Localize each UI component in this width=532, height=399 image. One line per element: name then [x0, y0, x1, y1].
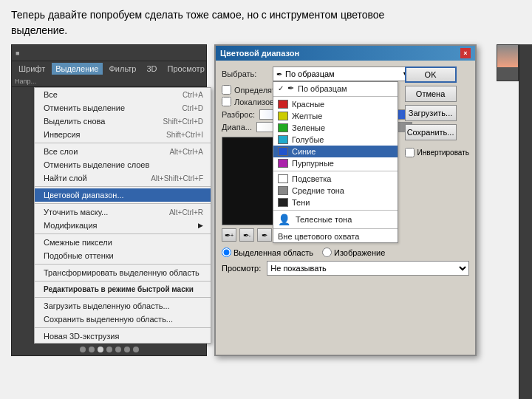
option-shadows[interactable]: Тени: [273, 197, 398, 208]
dot-3: [98, 347, 103, 352]
preview-select-row: Просмотр: Не показывать Оттенки серого Ч…: [222, 261, 469, 276]
menu-quickmask[interactable]: Редактировать в режиме быстрой маски: [35, 283, 211, 296]
invert-label: Инвертировать: [417, 149, 469, 157]
white-swatch: [278, 174, 288, 183]
sep3: [35, 203, 211, 204]
menu-adjacent[interactable]: Смежные пиксели: [35, 236, 211, 249]
option-cyan[interactable]: Голубые: [273, 134, 398, 146]
canvas-preview: [497, 45, 518, 67]
select-row: Выбрать: ✒ По образцам ▼ ✒ По образцам: [222, 66, 412, 81]
dialog-title: Цветовой диапазон: [220, 49, 299, 58]
blue-swatch: [278, 147, 288, 156]
select-value: По образцам: [285, 69, 335, 78]
yellow-swatch: [278, 112, 288, 120]
ok-button[interactable]: OK: [405, 66, 457, 83]
radio-row: Выделенная область Изображение: [222, 248, 469, 257]
option-skin[interactable]: 👤 Телесные тона: [273, 212, 398, 227]
intro-line2: выделение.: [11, 24, 67, 36]
option-blue[interactable]: Синие: [273, 146, 398, 157]
menu-refine-mask[interactable]: Уточнить маску... Alt+Ctrl+R: [35, 205, 211, 219]
menu-invert[interactable]: Инверсия Shift+Ctrl+I: [35, 128, 211, 141]
menu-filter[interactable]: Фильтр: [106, 63, 140, 75]
color-sep-1: [273, 171, 398, 171]
menu-font[interactable]: Шрифт: [15, 63, 49, 75]
option-by-sample-header[interactable]: ✒ По образцам: [273, 82, 398, 95]
dot-5: [115, 347, 121, 352]
gray-swatch: [278, 186, 288, 195]
detect-faces-checkbox[interactable]: [222, 85, 231, 95]
invert-checkbox[interactable]: [405, 148, 415, 157]
option-out-of-gamut[interactable]: Вне цветового охвата: [273, 231, 398, 242]
eyedropper-small-icon: ✒: [287, 83, 294, 93]
dark-swatch: [278, 198, 288, 207]
menu-view[interactable]: Просмотр: [164, 63, 208, 75]
select-label: Выбрать:: [222, 69, 270, 78]
dot-2: [89, 347, 95, 352]
sep1: [35, 143, 211, 143]
eyedropper-remove-button[interactable]: ✒-: [239, 228, 254, 242]
menu-deselect-layers[interactable]: Отменить выделение слоев: [35, 158, 211, 171]
radio-image-label: Изображение: [334, 248, 385, 257]
radio-image[interactable]: Изображение: [322, 248, 385, 257]
photoshop-window: ■ Шрифт Выделение Фильтр 3D Просмотр Окн…: [11, 44, 207, 356]
preview-label: Просмотр:: [222, 264, 261, 273]
diapazon-label: Диапа...: [222, 123, 252, 132]
sep5: [35, 264, 211, 265]
radio-selection-input[interactable]: [222, 248, 231, 257]
color-sep-0: [273, 96, 398, 97]
eyedropper-normal-button[interactable]: ✒: [257, 228, 272, 242]
sep2: [35, 186, 211, 187]
cyan-swatch: [278, 135, 288, 144]
color-sep-2: [273, 210, 398, 211]
pagination: [12, 344, 206, 355]
menu-load-selection[interactable]: Загрузить выделенную область...: [35, 299, 211, 313]
red-swatch: [278, 100, 288, 109]
right-toolbar: [519, 44, 532, 399]
menu-transform[interactable]: Трансформировать выделенную область: [35, 266, 211, 279]
dot-6: [124, 347, 130, 352]
select-dropdown-menu: Все Ctrl+A Отменить выделение Ctrl+D Выд…: [34, 87, 211, 344]
eyedropper-add-button[interactable]: ✒+: [222, 228, 236, 242]
dialog-bottom: Выделенная область Изображение Просмотр:…: [216, 248, 475, 282]
dialog-close-button[interactable]: ×: [460, 48, 471, 58]
load-button[interactable]: Загрузить...: [405, 105, 457, 121]
menu-reselect[interactable]: Выделить снова Shift+Ctrl+D: [35, 115, 211, 128]
menu-all-layers[interactable]: Все слои Alt+Ctrl+A: [35, 145, 211, 158]
option-midtones[interactable]: Средние тона: [273, 185, 398, 197]
option-yellow[interactable]: Желтые: [273, 110, 398, 122]
save-button[interactable]: Сохранить...: [405, 124, 457, 140]
menu-save-selection[interactable]: Сохранить выделенную область...: [35, 313, 211, 326]
option-highlights[interactable]: Подсветка: [273, 173, 398, 185]
menu-select[interactable]: Выделение: [52, 63, 102, 75]
menu-find-layer[interactable]: Найти слой Alt+Shift+Ctrl+F: [35, 171, 211, 185]
dialog-buttons-panel: OK Отмена Загрузить... Сохранить... Инве…: [405, 66, 469, 157]
dialog-titlebar: Цветовой диапазон ×: [216, 46, 475, 61]
select-dropdown-trigger[interactable]: ✒ По образцам ▼: [273, 66, 412, 81]
eyedropper-icon: ✒: [276, 70, 282, 78]
radio-image-input[interactable]: [322, 248, 332, 257]
localized-checkbox[interactable]: [222, 97, 231, 106]
menu-3d-extrude[interactable]: Новая 3D-экструзия: [35, 330, 211, 343]
option-green[interactable]: Зеленые: [273, 122, 398, 134]
menu-3d[interactable]: 3D: [143, 63, 160, 75]
menu-all[interactable]: Все Ctrl+A: [35, 88, 211, 101]
razbrosl-label: Разброс:: [222, 110, 255, 119]
color-options-list: ✒ По образцам Красные Желтые: [273, 81, 398, 243]
ps-menubar: Шрифт Выделение Фильтр 3D Просмотр Окно: [12, 61, 206, 76]
menu-similar[interactable]: Подобные оттенки: [35, 249, 211, 262]
option-magenta[interactable]: Пурпурные: [273, 157, 398, 169]
color-sep-3: [273, 228, 398, 229]
green-swatch: [278, 123, 288, 132]
intro-line1: Теперь давайте попробуем сделать тоже са…: [11, 9, 384, 21]
menu-modify[interactable]: Модификация ▶: [35, 219, 211, 232]
option-red[interactable]: Красные: [273, 98, 398, 110]
menu-color-range[interactable]: Цветовой диапазон...: [35, 188, 211, 202]
toolbar-label: Напр...: [15, 78, 36, 85]
radio-selection[interactable]: Выделенная область: [222, 248, 313, 257]
select-container: ✒ По образцам ▼ ✒ По образцам Крас: [273, 66, 412, 81]
menu-deselect[interactable]: Отменить выделение Ctrl+D: [35, 101, 211, 115]
preview-select[interactable]: Не показывать Оттенки серого Черная подл…: [267, 261, 469, 276]
sep7: [35, 297, 211, 298]
cancel-button[interactable]: Отмена: [405, 86, 457, 102]
dot-1: [80, 347, 86, 352]
